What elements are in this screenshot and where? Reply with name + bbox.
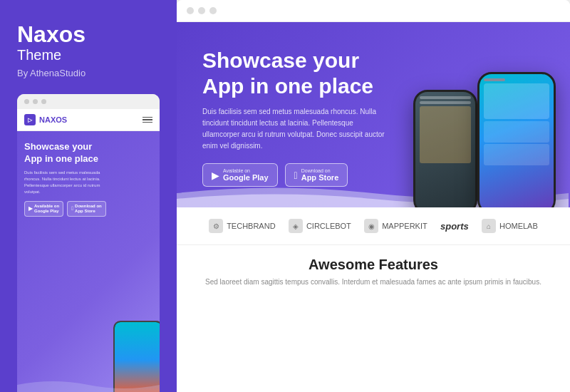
circlebot-icon: ◈ bbox=[289, 219, 303, 233]
brand-circlebot: ◈ CIRCLEBOT bbox=[289, 219, 351, 233]
mini-hero: Showcase your App in one place Duis faci… bbox=[17, 131, 160, 392]
mini-app-store-button[interactable]:  Download on App Store bbox=[67, 201, 106, 217]
mini-dot-1 bbox=[24, 99, 29, 104]
mini-dot-2 bbox=[33, 99, 38, 104]
mini-hero-text: Duis facilisis sem sed metus malesuada r… bbox=[24, 170, 117, 195]
mini-browser-bar bbox=[17, 94, 160, 109]
mini-hero-title: Showcase your App in one place bbox=[24, 141, 103, 165]
hero-title: Showcase your App in one place bbox=[202, 48, 402, 99]
techbrand-icon: ⚙ bbox=[209, 219, 223, 233]
sidebar-title: Naxos bbox=[17, 23, 160, 46]
mini-hero-buttons: ▶ Available on Google Play  Download on… bbox=[24, 201, 152, 217]
homelab-icon: ⌂ bbox=[482, 219, 496, 233]
mini-google-play-button[interactable]: ▶ Available on Google Play bbox=[24, 201, 63, 217]
hero-section: Showcase your App in one place Duis faci… bbox=[177, 22, 570, 207]
app-store-button[interactable]:  Download on App Store bbox=[285, 163, 348, 187]
play-store-icon: ▶ bbox=[212, 170, 219, 181]
mini-apple-icon:  bbox=[71, 205, 73, 212]
google-play-button[interactable]: ▶ Available on Google Play bbox=[202, 163, 278, 187]
mini-logo-icon: ▷ bbox=[24, 114, 36, 125]
browser-topbar bbox=[177, 0, 570, 22]
mini-wave bbox=[17, 378, 160, 392]
features-subtitle: Sed laoreet diam sagittis tempus convall… bbox=[202, 277, 544, 288]
phone-main-screen bbox=[480, 74, 554, 171]
browser-dot-1 bbox=[187, 7, 194, 14]
mini-hamburger-icon bbox=[142, 117, 152, 123]
brand-techbrand: ⚙ TECHBRAND bbox=[209, 219, 275, 233]
main-content: Showcase your App in one place Duis faci… bbox=[177, 0, 570, 392]
brand-mapperkit: ◉ MAPPERKIT bbox=[364, 219, 428, 233]
apple-icon:  bbox=[294, 170, 298, 181]
features-section: Awesome Features Sed laoreet diam sagitt… bbox=[177, 245, 570, 392]
browser-dot-2 bbox=[198, 7, 205, 14]
mini-play-icon: ▶ bbox=[28, 205, 33, 212]
brands-section: ⚙ TECHBRAND ◈ CIRCLEBOT ◉ MAPPERKIT spor… bbox=[177, 207, 570, 245]
mini-browser-mockup: ▷ NAXOS Showcase your App in one place D… bbox=[17, 94, 160, 392]
hero-description: Duis facilisis sem sed metus malesuada r… bbox=[202, 106, 388, 152]
hero-content: Showcase your App in one place Duis faci… bbox=[202, 48, 402, 187]
browser-dot-3 bbox=[209, 7, 217, 14]
sidebar: Naxos Theme By AthenaStudio ▷ NAXOS Show… bbox=[0, 0, 177, 392]
phone-back-mockup bbox=[413, 90, 477, 207]
browser-chrome: Showcase your App in one place Duis faci… bbox=[177, 0, 570, 392]
brand-homelab: ⌂ HOMELAB bbox=[482, 219, 538, 233]
phone-main-mockup bbox=[477, 72, 556, 207]
brand-sports: sports bbox=[440, 221, 469, 232]
hero-phones bbox=[428, 72, 556, 207]
features-title: Awesome Features bbox=[202, 257, 544, 273]
sidebar-by: By AthenaStudio bbox=[17, 68, 160, 78]
phone-back-screen bbox=[415, 92, 475, 169]
mini-logo: ▷ NAXOS bbox=[24, 114, 67, 125]
mini-nav: ▷ NAXOS bbox=[17, 109, 160, 131]
mapperkit-icon: ◉ bbox=[364, 219, 378, 233]
sidebar-subtitle: Theme bbox=[17, 47, 160, 63]
hero-buttons: ▶ Available on Google Play  Download on… bbox=[202, 163, 402, 187]
mini-dot-3 bbox=[41, 99, 46, 104]
